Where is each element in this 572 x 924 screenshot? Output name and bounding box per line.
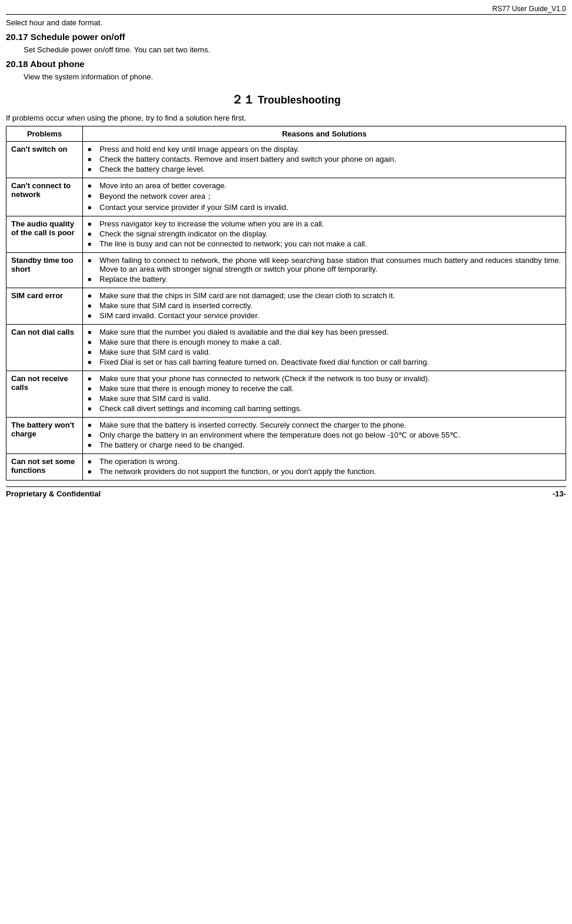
table-row: Can not set some functionsThe operation … — [6, 454, 566, 481]
col-header-solutions: Reasons and Solutions — [83, 126, 566, 142]
problem-cell-6: Can not receive calls — [6, 371, 83, 418]
section-2017-desc: Set Schedule power on/off time. You can … — [24, 45, 566, 54]
chapter-heading: ２１ Troubleshooting — [6, 92, 566, 108]
solution-item: The operation is wrong. — [88, 457, 561, 466]
solution-item: Make sure that the chips in SIM card are… — [88, 291, 561, 300]
solution-item: Replace the battery. — [88, 275, 561, 283]
solution-item: Make sure that there is enough money to … — [88, 384, 561, 393]
problem-cell-4: SIM card error — [6, 288, 83, 325]
col-header-problems: Problems — [6, 126, 83, 142]
solution-item: Move into an area of better coverage. — [88, 181, 561, 190]
solution-item: Check the signal strength indicator on t… — [88, 229, 561, 238]
troubleshoot-table: Problems Reasons and Solutions Can't swi… — [6, 126, 566, 481]
solution-item: Beyond the network cover area； — [88, 191, 561, 202]
solutions-cell-3: When failing to connect to network, the … — [83, 253, 566, 288]
solution-item: Check the battery contacts. Remove and i… — [88, 155, 561, 164]
solution-item: The battery or charge need to be changed… — [88, 441, 561, 449]
solutions-cell-0: Press and hold end key until image appea… — [83, 142, 566, 178]
solution-item: Make sure that SIM card is valid. — [88, 394, 561, 403]
table-row: Standby time too shortWhen failing to co… — [6, 253, 566, 288]
problem-cell-7: The battery won't charge — [6, 418, 83, 454]
solution-item: Make sure that your phone has connected … — [88, 374, 561, 383]
problem-cell-2: The audio quality of the call is poor — [6, 216, 83, 253]
solution-item: Press navigator key to increase the volu… — [88, 219, 561, 228]
footer-left: Proprietary & Confidential — [6, 489, 101, 498]
solution-item: Check call divert settings and incoming … — [88, 404, 561, 413]
problem-cell-8: Can not set some functions — [6, 454, 83, 481]
table-row: Can not dial callsMake sure that the num… — [6, 325, 566, 371]
page-header: RS77 User Guide_V1.0 — [6, 5, 566, 15]
solution-item: SIM card invalid. Contact your service p… — [88, 311, 561, 320]
solutions-cell-2: Press navigator key to increase the volu… — [83, 216, 566, 253]
problem-cell-5: Can not dial calls — [6, 325, 83, 371]
chapter-intro: If problems occur when using the phone, … — [6, 114, 566, 122]
chapter-title: Troubleshooting — [255, 94, 341, 106]
solutions-cell-5: Make sure that the number you dialed is … — [83, 325, 566, 371]
solution-item: Make sure that SIM card is inserted corr… — [88, 301, 561, 310]
solution-item: Fixed Dial is set or has call barring fe… — [88, 358, 561, 366]
problem-cell-1: Can't connect to network — [6, 178, 83, 216]
table-row: SIM card errorMake sure that the chips i… — [6, 288, 566, 325]
solutions-cell-1: Move into an area of better coverage.Bey… — [83, 178, 566, 216]
solution-item: Make sure that there is enough money to … — [88, 338, 561, 346]
solution-item: The network providers do not support the… — [88, 467, 561, 476]
section-2017-number: 20.17 — [6, 32, 31, 42]
solutions-cell-6: Make sure that your phone has connected … — [83, 371, 566, 418]
page-container: RS77 User Guide_V1.0 Select hour and dat… — [0, 0, 572, 924]
header-title: RS77 User Guide_V1.0 — [493, 5, 566, 13]
intro-text: Select hour and date format. — [6, 18, 566, 27]
section-2018-title: About phone — [30, 59, 84, 69]
solution-item: Make sure that the number you dialed is … — [88, 328, 561, 336]
section-2018-desc: View the system information of phone. — [24, 72, 566, 81]
solution-item: Make sure that the battery is inserted c… — [88, 421, 561, 429]
page-footer: Proprietary & Confidential -13- — [6, 486, 566, 498]
section-2017-title: Schedule power on/off — [31, 32, 125, 42]
section-2018-heading: 20.18 About phone — [6, 59, 566, 69]
solutions-cell-7: Make sure that the battery is inserted c… — [83, 418, 566, 454]
section-2018-number: 20.18 — [6, 59, 30, 69]
solution-item: Only charge the battery in an environmen… — [88, 431, 561, 439]
table-row: Can not receive callsMake sure that your… — [6, 371, 566, 418]
solution-item: When failing to connect to network, the … — [88, 256, 561, 273]
solution-item: Make sure that SIM card is valid. — [88, 348, 561, 356]
solution-item: Press and hold end key until image appea… — [88, 145, 561, 154]
problem-cell-0: Can't switch on — [6, 142, 83, 178]
problem-cell-3: Standby time too short — [6, 253, 83, 288]
chapter-number: ２１ — [231, 93, 255, 106]
section-2017-heading: 20.17 Schedule power on/off — [6, 32, 566, 42]
table-row: Can't switch onPress and hold end key un… — [6, 142, 566, 178]
solution-item: Contact your service provider if your SI… — [88, 203, 561, 212]
solution-item: Check the battery charge level. — [88, 165, 561, 174]
solutions-cell-4: Make sure that the chips in SIM card are… — [83, 288, 566, 325]
table-row: Can't connect to networkMove into an are… — [6, 178, 566, 216]
solution-item: The line is busy and can not be connecte… — [88, 239, 561, 248]
footer-right: -13- — [553, 489, 566, 498]
table-row: The battery won't chargeMake sure that t… — [6, 418, 566, 454]
table-row: The audio quality of the call is poorPre… — [6, 216, 566, 253]
solutions-cell-8: The operation is wrong.The network provi… — [83, 454, 566, 481]
